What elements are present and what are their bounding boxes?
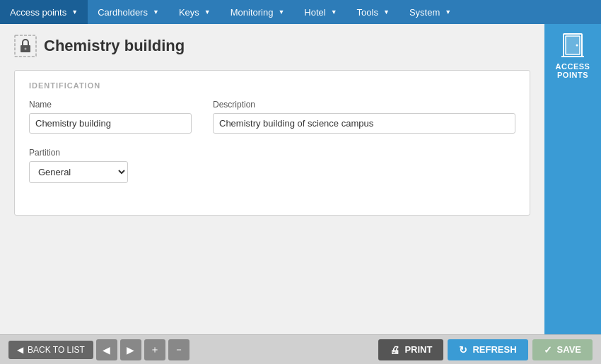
refresh-button[interactable]: ↻ REFRESH	[448, 339, 527, 360]
add-button[interactable]: ＋	[144, 339, 165, 360]
form-row-partition: Partition General Partition A Partition …	[29, 148, 515, 183]
page-header: Chemistry building	[14, 35, 530, 57]
nav-arrow-monitoring: ▼	[278, 8, 284, 16]
print-button[interactable]: 🖨 PRINT	[378, 339, 443, 360]
svg-point-5	[576, 45, 578, 47]
form-section: IDENTIFICATION Name Description Partitio…	[14, 70, 530, 216]
partition-select[interactable]: General Partition A Partition B	[29, 161, 128, 183]
nav-arrow-access-points: ▼	[71, 8, 78, 16]
nav-label-keys: Keys	[179, 7, 199, 18]
nav-label-cardholders: Cardholders	[98, 7, 148, 18]
form-group-description: Description	[213, 100, 515, 134]
partition-label: Partition	[29, 148, 142, 158]
print-label: PRINT	[404, 344, 432, 355]
back-to-list-label: BACK TO LIST	[28, 345, 85, 355]
content-area: Chemistry building IDENTIFICATION Name D…	[0, 24, 544, 334]
description-label: Description	[213, 100, 515, 110]
nav-system[interactable]: System ▼	[399, 0, 461, 24]
print-icon: 🖨	[390, 344, 399, 356]
refresh-icon: ↻	[459, 344, 467, 356]
door-icon	[561, 33, 584, 58]
nav-hotel[interactable]: Hotel ▼	[294, 0, 346, 24]
nav-label-tools: Tools	[357, 7, 378, 18]
name-label: Name	[29, 100, 192, 110]
form-group-partition: Partition General Partition A Partition …	[29, 148, 142, 183]
nav-arrow-keys: ▼	[204, 8, 211, 16]
nav-arrow-tools: ▼	[383, 8, 390, 16]
bottom-left-actions: ◀ BACK TO LIST ◀ ▶ ＋ －	[8, 339, 189, 360]
page-title: Chemistry building	[44, 37, 185, 55]
back-to-list-button[interactable]: ◀ BACK TO LIST	[8, 341, 93, 359]
next-button[interactable]: ▶	[120, 339, 141, 360]
nav-label-access-points: Access points	[10, 7, 66, 18]
form-row-name-desc: Name Description	[29, 100, 515, 134]
nav-label-system: System	[409, 7, 440, 18]
save-label: SAVE	[557, 344, 581, 355]
prev-icon: ◀	[103, 344, 110, 356]
nav-label-monitoring: Monitoring	[231, 7, 274, 18]
name-input[interactable]	[29, 113, 192, 134]
access-points-sidebar-button[interactable]: ACCESS POINTS	[544, 24, 601, 86]
nav-access-points[interactable]: Access points ▼	[0, 0, 88, 24]
nav-arrow-hotel: ▼	[331, 8, 337, 16]
top-navigation: Access points ▼ Cardholders ▼ Keys ▼ Mon…	[0, 0, 601, 24]
nav-keys[interactable]: Keys ▼	[169, 0, 221, 24]
bottom-right-actions: 🖨 PRINT ↻ REFRESH ✓ SAVE	[378, 339, 593, 360]
bottom-bar: ◀ BACK TO LIST ◀ ▶ ＋ － 🖨 PRINT ↻ REFRESH…	[0, 334, 601, 364]
nav-tools[interactable]: Tools ▼	[347, 0, 399, 24]
section-title: IDENTIFICATION	[29, 81, 515, 90]
form-group-name: Name	[29, 100, 192, 134]
access-points-sidebar-label: ACCESS POINTS	[548, 62, 597, 79]
nav-monitoring[interactable]: Monitoring ▼	[221, 0, 295, 24]
add-icon: ＋	[150, 344, 160, 356]
nav-arrow-cardholders: ▼	[153, 8, 159, 16]
nav-label-hotel: Hotel	[304, 7, 325, 18]
remove-icon: －	[174, 344, 184, 356]
next-icon: ▶	[127, 344, 134, 356]
description-input[interactable]	[213, 113, 515, 134]
refresh-label: REFRESH	[472, 344, 516, 355]
nav-cardholders[interactable]: Cardholders ▼	[88, 0, 169, 24]
svg-point-2	[25, 48, 27, 50]
back-arrow-icon: ◀	[17, 345, 23, 355]
sidebar-right: ACCESS POINTS	[544, 24, 601, 334]
save-button[interactable]: ✓ SAVE	[532, 339, 593, 360]
save-icon: ✓	[544, 344, 552, 356]
remove-button[interactable]: －	[168, 339, 189, 360]
nav-arrow-system: ▼	[445, 8, 451, 16]
prev-button[interactable]: ◀	[96, 339, 117, 360]
main-area: Chemistry building IDENTIFICATION Name D…	[0, 24, 601, 334]
lock-icon	[14, 35, 37, 57]
